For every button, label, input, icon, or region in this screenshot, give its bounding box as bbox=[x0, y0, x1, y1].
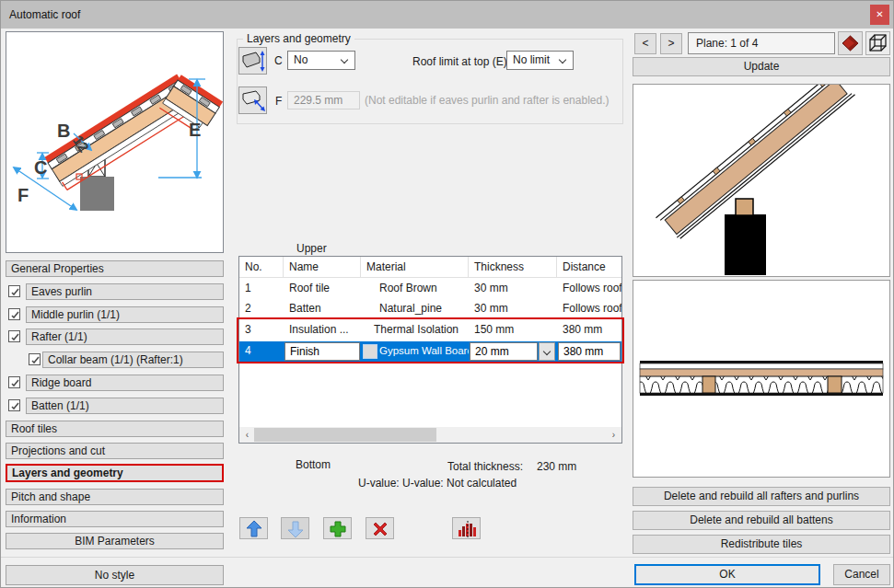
sidebar-item-collar-beam[interactable]: Collar beam (1/1) (Rafter:1) bbox=[42, 352, 224, 368]
cell-name: Batten bbox=[284, 299, 361, 319]
layer-distribution-button[interactable] bbox=[452, 517, 481, 539]
sidebar-item-pitch-and-shape[interactable]: Pitch and shape bbox=[6, 489, 224, 505]
rafter-checkbox[interactable] bbox=[8, 330, 20, 342]
title-bar[interactable]: Automatic roof ✕ bbox=[1, 1, 893, 29]
scrollbar-thumb[interactable] bbox=[254, 428, 436, 442]
sidebar-item-rafter[interactable]: Rafter (1/1) bbox=[26, 329, 224, 345]
scroll-right-icon[interactable]: › bbox=[606, 427, 621, 443]
col-header-material[interactable]: Material bbox=[361, 257, 469, 278]
cancel-button[interactable]: Cancel bbox=[833, 564, 890, 585]
thickness-combo-dropdown-button[interactable] bbox=[539, 342, 555, 361]
update-button[interactable]: Update bbox=[633, 57, 890, 76]
distance-edit-field[interactable]: 380 mm bbox=[558, 342, 621, 361]
cell-material: Roof Brown bbox=[361, 279, 469, 299]
plus-icon bbox=[329, 520, 347, 538]
close-icon[interactable]: ✕ bbox=[870, 5, 889, 25]
c-field-label: C bbox=[274, 54, 283, 67]
plane-indicator: Plane: 1 of 4 bbox=[688, 32, 835, 54]
layer-slab-diagonal-icon bbox=[240, 88, 266, 113]
rebuild-rafters-purlins-button[interactable]: Delete and rebuild all rafters and purli… bbox=[633, 487, 890, 506]
automatic-roof-dialog: Automatic roof ✕ bbox=[0, 0, 894, 588]
roof-limit-label: Roof limit at top (E) bbox=[412, 55, 507, 68]
move-layer-up-button[interactable] bbox=[239, 517, 268, 539]
sidebar-item-general-properties[interactable]: General Properties bbox=[6, 260, 224, 277]
cell-distance: Follows roof e bbox=[557, 299, 621, 319]
u-value-text: U-value: U-value: Not calculated bbox=[358, 477, 517, 490]
ok-button[interactable]: OK bbox=[634, 564, 820, 585]
cell-distance: Follows roof e bbox=[557, 279, 621, 299]
sidebar-item-projections-and-cut[interactable]: Projections and cut bbox=[6, 443, 224, 459]
col-header-distance[interactable]: Distance bbox=[557, 257, 621, 278]
redistribute-tiles-button[interactable]: Redistribute tiles bbox=[633, 535, 890, 554]
add-layer-button[interactable] bbox=[323, 517, 352, 539]
name-edit-field[interactable]: Finish bbox=[284, 342, 360, 361]
layer-thickness-c-button[interactable] bbox=[238, 47, 267, 75]
view-3d-button[interactable] bbox=[865, 31, 890, 55]
cell-no: 1 bbox=[239, 279, 284, 299]
x-icon bbox=[371, 520, 389, 538]
cell-thickness: 30 mm bbox=[469, 279, 557, 299]
table-horizontal-scrollbar[interactable]: ‹ › bbox=[239, 427, 621, 443]
sidebar-item-eaves-purlin[interactable]: Eaves purlin bbox=[26, 283, 224, 300]
table-row[interactable]: 1 Roof tile Roof Brown 30 mm Follows roo… bbox=[239, 279, 621, 299]
roof-limit-dropdown[interactable]: No limit bbox=[506, 51, 574, 70]
move-layer-down-button[interactable] bbox=[281, 517, 309, 539]
chevron-down-icon bbox=[543, 348, 551, 355]
roof-diagram: B 12 C E F bbox=[6, 31, 224, 253]
bim-parameters-button[interactable]: BIM Parameters bbox=[6, 533, 224, 549]
thickness-combo-field[interactable]: 20 mm bbox=[470, 342, 538, 361]
sidebar-item-batten[interactable]: Batten (1/1) bbox=[26, 398, 224, 414]
diagram-label-e: E bbox=[189, 120, 201, 140]
cell-material: Thermal Isolation bbox=[361, 320, 469, 340]
prev-plane-button[interactable]: < bbox=[634, 33, 656, 54]
sidebar-item-layers-and-geometry[interactable]: Layers and geometry bbox=[6, 464, 224, 482]
diagram-label-f: F bbox=[17, 185, 29, 205]
table-row[interactable]: 3 Insulation ... Thermal Isolation 150 m… bbox=[239, 320, 621, 340]
collar-beam-checkbox[interactable] bbox=[29, 353, 41, 365]
cell-no: 3 bbox=[239, 320, 284, 340]
c-dropdown[interactable]: No bbox=[287, 51, 355, 70]
layer-offset-f-button[interactable] bbox=[238, 86, 267, 114]
batten-checkbox[interactable] bbox=[8, 399, 20, 411]
sidebar-item-ridge-board[interactable]: Ridge board bbox=[26, 375, 224, 391]
cell-name: Insulation ... bbox=[284, 320, 361, 340]
f-note-text: (Not editable if eaves purlin and rafter… bbox=[365, 94, 609, 107]
cell-name: Roof tile bbox=[284, 279, 361, 299]
eaves-purlin-checkbox[interactable] bbox=[8, 285, 20, 297]
ridge-board-checkbox[interactable] bbox=[8, 376, 20, 388]
cell-thickness: 30 mm bbox=[469, 299, 557, 319]
roof-limit-dropdown-value: No limit bbox=[513, 53, 550, 66]
next-plane-button[interactable]: > bbox=[660, 33, 682, 54]
material-picker-button[interactable] bbox=[363, 344, 377, 359]
arrow-down-icon bbox=[286, 520, 305, 538]
chevron-down-icon bbox=[559, 56, 566, 63]
col-header-name[interactable]: Name bbox=[284, 257, 361, 278]
cell-material: Natural_pine bbox=[361, 299, 469, 319]
delete-layer-button[interactable] bbox=[366, 517, 394, 539]
sidebar-item-roof-tiles[interactable]: Roof tiles bbox=[6, 421, 224, 437]
footer-divider bbox=[1, 557, 894, 558]
sidebar-item-information[interactable]: Information bbox=[6, 511, 224, 527]
cell-distance: 380 mm bbox=[557, 320, 621, 340]
col-header-thickness[interactable]: Thickness bbox=[469, 257, 557, 278]
middle-purlin-checkbox[interactable] bbox=[8, 308, 20, 320]
cell-thickness: 150 mm bbox=[469, 320, 557, 340]
table-row-selected[interactable]: 4 Finish Gypsum Wall Board 20 mm 380 mm bbox=[239, 341, 621, 363]
upper-label: Upper bbox=[296, 242, 327, 255]
f-field-label: F bbox=[275, 95, 282, 108]
cell-no: 2 bbox=[239, 299, 284, 319]
table-row[interactable]: 2 Batten Natural_pine 30 mm Follows roof… bbox=[239, 299, 621, 319]
layer-slab-vertical-icon bbox=[240, 49, 266, 74]
no-style-button[interactable]: No style bbox=[6, 565, 224, 585]
layer-buildup-drawing bbox=[633, 281, 889, 477]
cube-icon bbox=[866, 32, 889, 54]
layers-table-header: No. Name Material Thickness Distance bbox=[239, 257, 621, 278]
diagram-label-b: B bbox=[57, 121, 70, 141]
cell-material-selected: Gypsum Wall Board bbox=[379, 341, 469, 362]
col-header-no[interactable]: No. bbox=[239, 257, 284, 278]
sidebar-item-middle-purlin[interactable]: Middle purlin (1/1) bbox=[26, 306, 224, 323]
scroll-left-icon[interactable]: ‹ bbox=[239, 427, 255, 443]
highlight-plane-button[interactable] bbox=[838, 31, 863, 55]
rebuild-battens-button[interactable]: Delete and rebuild all battens bbox=[633, 511, 890, 530]
layer-buildup-preview bbox=[633, 280, 890, 478]
